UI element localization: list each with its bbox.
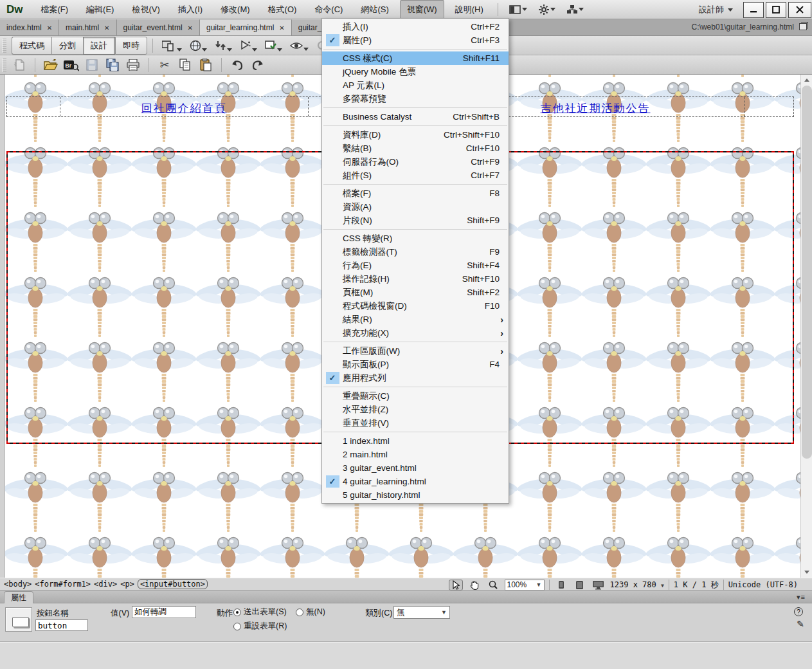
menu-item[interactable]: 資料庫(D)Ctrl+Shift+F10	[322, 128, 509, 142]
open-file-icon[interactable]	[42, 57, 59, 73]
tab-close-icon[interactable]: ✕	[279, 24, 284, 32]
menubar-item[interactable]: 檢視(V)	[125, 0, 167, 19]
menubar-item[interactable]: 格式(O)	[261, 0, 304, 19]
validate-markup-icon[interactable]	[265, 40, 282, 51]
menu-item[interactable]: 垂直並排(V)	[322, 416, 509, 430]
menu-item[interactable]: 組件(S)Ctrl+F7	[322, 169, 509, 182]
menu-item[interactable]: ✓屬性(P)Ctrl+F3	[322, 33, 509, 47]
menu-item[interactable]: 繫結(B)Ctrl+F10	[322, 142, 509, 155]
menu-item[interactable]: 行為(E)Shift+F4	[322, 259, 509, 272]
desktop-size-icon[interactable]	[591, 580, 606, 591]
menubar-item[interactable]: 說明(H)	[448, 0, 491, 19]
restore-document-icon[interactable]	[799, 23, 807, 30]
menu-item[interactable]: 5 guitar_history.html	[322, 488, 509, 502]
menu-item[interactable]: AP 元素(L)	[322, 78, 509, 92]
scroll-down-button[interactable]	[801, 567, 812, 578]
print-code-icon[interactable]	[125, 57, 141, 73]
file-transfer-icon[interactable]	[215, 40, 232, 51]
menu-item[interactable]: CSS 轉變(R)	[322, 232, 509, 245]
document-tab[interactable]: guitar_learning.html✕	[200, 19, 292, 35]
tag-selector-item[interactable]: <body>	[4, 580, 32, 589]
menubar-item[interactable]: 檔案(F)	[34, 0, 76, 19]
tab-close-icon[interactable]: ✕	[47, 24, 52, 32]
tab-close-icon[interactable]: ✕	[104, 24, 109, 32]
menu-item[interactable]: 標籤檢測器(T)F9	[322, 245, 509, 259]
home-page-link[interactable]: 回社團介紹首頁	[141, 101, 227, 116]
menu-item[interactable]: 顯示面板(P)F4	[322, 358, 509, 371]
menubar-item[interactable]: 插入(I)	[171, 0, 210, 19]
minimize-button[interactable]	[743, 2, 764, 18]
action-none-radio[interactable]: 無(N)	[296, 607, 325, 618]
menu-item[interactable]: 插入(I)Ctrl+F2	[322, 20, 509, 33]
menu-item[interactable]: ✓應用程式列	[322, 371, 509, 385]
cut-icon[interactable]: ✂	[156, 57, 173, 73]
menu-item[interactable]: 3 guitar_event.html	[322, 461, 509, 475]
menu-item[interactable]: 檔案(F)F8	[322, 187, 509, 200]
close-button[interactable]	[788, 2, 811, 18]
class-select[interactable]: 無▼	[393, 606, 450, 619]
save-all-icon[interactable]	[104, 57, 121, 73]
menubar-item[interactable]: 命令(C)	[307, 0, 350, 19]
events-page-link[interactable]: 吉他社近期活動公告	[541, 101, 651, 116]
view-button-3[interactable]: 設計	[83, 37, 115, 55]
browse-in-bridge-icon[interactable]: Br	[63, 57, 80, 73]
menu-item[interactable]: 重疊顯示(C)	[322, 389, 509, 403]
menu-item[interactable]: 2 main.html	[322, 448, 509, 461]
menubar-item[interactable]: 視窗(W)	[400, 0, 444, 19]
menubar-item[interactable]: 編輯(E)	[79, 0, 121, 19]
menu-item[interactable]: 頁框(M)Shift+F2	[322, 286, 509, 299]
document-tab[interactable]: guitar_event.html✕	[117, 19, 200, 35]
window-size-value[interactable]: 1239 x 780 ▼	[610, 580, 664, 589]
menu-item[interactable]: 程式碼檢視窗(D)F10	[322, 299, 509, 313]
menubar-item[interactable]: 修改(M)	[213, 0, 257, 19]
quick-tag-edit-icon[interactable]: ✎	[797, 619, 804, 629]
menubar-item[interactable]: 網站(S)	[354, 0, 395, 19]
select-tool-icon[interactable]	[449, 580, 463, 591]
view-button-1[interactable]: 程式碼	[12, 37, 51, 55]
menu-item[interactable]: 伺服器行為(O)Ctrl+F9	[322, 155, 509, 169]
button-name-input[interactable]	[35, 619, 88, 631]
multiscreen-preview-icon[interactable]	[162, 40, 182, 51]
menu-item[interactable]: 結果(R)›	[322, 313, 509, 326]
document-tab[interactable]: index.html✕	[0, 19, 59, 35]
menu-item[interactable]: Business CatalystCtrl+Shift+B	[322, 110, 509, 124]
undo-icon[interactable]	[229, 57, 246, 73]
menu-item[interactable]: jQuery Mobile 色票	[322, 65, 509, 78]
workspace-switcher[interactable]: 設計師	[699, 4, 733, 15]
view-button-4[interactable]: 即時	[115, 37, 147, 55]
redo-icon[interactable]	[249, 57, 266, 73]
help-icon[interactable]: ?	[794, 607, 803, 616]
hand-tool-icon[interactable]	[467, 580, 482, 591]
menu-item[interactable]: 多螢幕預覽	[322, 92, 509, 105]
visual-aids-eye-icon[interactable]	[290, 41, 309, 51]
menu-item[interactable]: 片段(N)Shift+F9	[322, 214, 509, 227]
scrollbar-thumb[interactable]	[802, 86, 812, 459]
layout-switcher-icon[interactable]	[509, 5, 527, 14]
menu-item[interactable]: 水平並排(Z)	[322, 403, 509, 416]
extend-gear-icon[interactable]	[539, 5, 555, 15]
menu-item[interactable]: CSS 樣式(C)Shift+F11	[322, 51, 509, 65]
menu-item[interactable]: ✓4 guitar_learning.html	[322, 475, 509, 488]
paste-icon[interactable]	[197, 57, 214, 73]
menu-item[interactable]: 操作記錄(H)Shift+F10	[322, 272, 509, 286]
maximize-button[interactable]	[766, 2, 786, 18]
view-button-2[interactable]: 分割	[51, 37, 83, 55]
preview-in-browser-icon[interactable]	[190, 40, 207, 51]
action-reset-radio[interactable]: 重設表單(R)	[233, 621, 287, 632]
menu-item[interactable]: 擴充功能(X)›	[322, 326, 509, 340]
menu-item[interactable]: 1 index.html	[322, 434, 509, 448]
zoom-level-select[interactable]: 100%▼	[505, 580, 545, 591]
tag-selector-item[interactable]: <p>	[120, 580, 134, 589]
menu-item[interactable]: 資源(A)	[322, 200, 509, 214]
copy-icon[interactable]	[177, 57, 194, 73]
zoom-tool-icon[interactable]	[486, 580, 500, 591]
properties-tab[interactable]: 屬性	[4, 591, 33, 603]
check-browser-compat-icon[interactable]	[240, 40, 257, 51]
tag-selector-item[interactable]: <input#button>	[138, 579, 208, 589]
mobile-size-icon[interactable]	[554, 580, 568, 591]
tag-selector-item[interactable]: <div>	[94, 580, 117, 589]
tag-selector-item[interactable]: <form#form1>	[35, 580, 91, 589]
tablet-size-icon[interactable]	[573, 580, 587, 591]
site-setup-icon[interactable]	[567, 5, 584, 14]
menu-item[interactable]: 工作區版面(W)›	[322, 344, 509, 358]
